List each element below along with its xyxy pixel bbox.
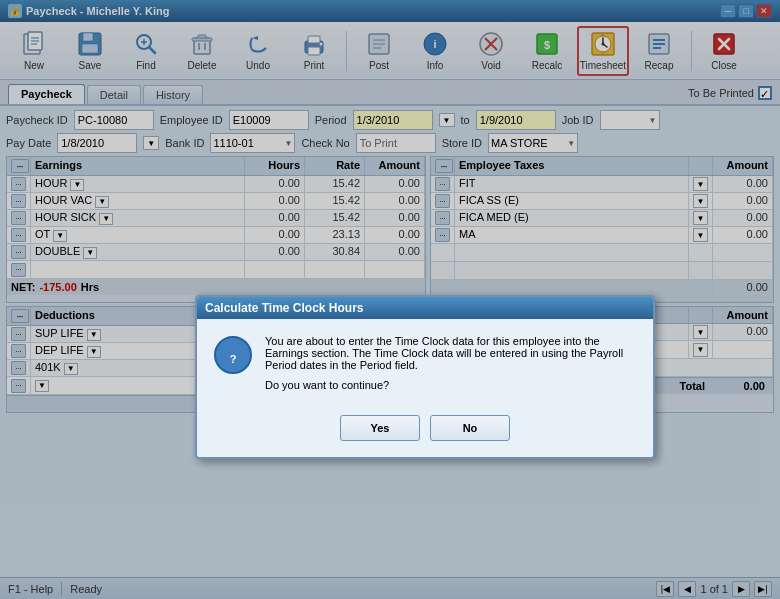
calculate-dialog: Calculate Time Clock Hours ? You are abo… (195, 295, 655, 459)
dialog-buttons: Yes No (197, 407, 653, 457)
dialog-yes-button[interactable]: Yes (340, 415, 420, 441)
dialog-overlay: Calculate Time Clock Hours ? You are abo… (0, 0, 780, 599)
dialog-message: You are about to enter the Time Clock da… (265, 335, 637, 371)
dialog-title: Calculate Time Clock Hours (197, 297, 653, 319)
dialog-body: ? You are about to enter the Time Clock … (197, 319, 653, 407)
dialog-question: Do you want to continue? (265, 379, 637, 391)
svg-text:?: ? (230, 353, 237, 365)
dialog-no-button[interactable]: No (430, 415, 510, 441)
dialog-text-area: You are about to enter the Time Clock da… (265, 335, 637, 391)
dialog-question-icon: ? (213, 335, 253, 375)
